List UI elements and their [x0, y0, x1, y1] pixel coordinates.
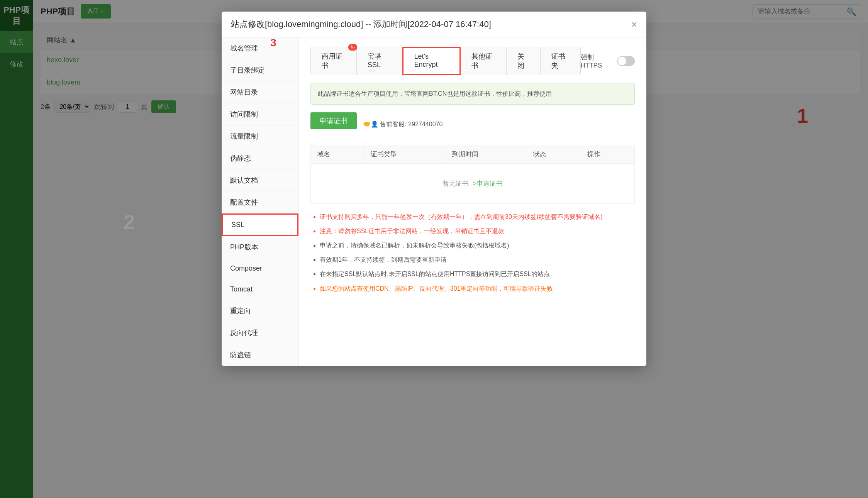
note-item: 如果您的站点有使用CDN、高防IP、反向代理、301重定向等功能，可能导致验证失…: [320, 283, 635, 294]
sidebar-item-redirect[interactable]: 重定向: [222, 300, 298, 322]
cert-col-expiry: 到期时间: [446, 145, 527, 163]
sidebar-item-reverseproxy[interactable]: 反向代理: [222, 322, 298, 344]
sidebar-item-tomcat[interactable]: Tomcat: [222, 279, 298, 300]
cert-empty-row: 暂无证书 ->申请证书: [311, 163, 635, 203]
tab-commercial-cert[interactable]: 商用证书 热: [310, 47, 357, 75]
ssl-info-box: 此品牌证书适合生产项目使用，宝塔官网BT.CN也是用这款证书，性价比高，推荐使用: [310, 83, 635, 105]
force-https-wrap: 强制HTTPS: [581, 53, 635, 69]
cert-notes-list: 证书支持购买多年，只能一年签发一次（有效期一年），需在到期前30天内续签(续签暂…: [310, 212, 635, 294]
modal-sidebar: 域名管理 子目录绑定 网站目录 访问限制 流量限制 伪静态 默认文档 配置文件 …: [222, 37, 299, 366]
modal-close-button[interactable]: ×: [631, 19, 637, 29]
force-https-toggle[interactable]: [617, 56, 635, 66]
note-item: 在未指定SSL默认站点时,未开启SSL的站点使用HTTPS直接访问到已开启SSL…: [320, 269, 635, 279]
cert-col-actions: 操作: [581, 145, 635, 163]
note-item: 申请之前，请确保域名已解析，如未解析会导致审核失败(包括根域名): [320, 240, 635, 251]
sidebar-item-defaultdoc[interactable]: 默认文档: [222, 169, 298, 191]
cert-col-status: 状态: [527, 145, 581, 163]
background-page: PHP项目 站点 修改 PHP项目 AiT + 🔍 网站名 ▲: [0, 0, 868, 498]
cert-table: 域名 证书类型 到期时间 状态 操作 暂无证书 ->申请证书: [310, 145, 635, 204]
modal-title: 站点修改[blog.lovemingming.cloud] -- 添加时间[20…: [231, 19, 491, 30]
tab-cert-bag[interactable]: 证书夹: [541, 47, 581, 75]
cert-col-type: 证书类型: [364, 145, 446, 163]
step-2-number: 2: [124, 210, 135, 234]
sidebar-item-access[interactable]: 访问限制: [222, 103, 298, 125]
modal-content-area: 商用证书 热 宝塔SSL Let's Encrypt 其他证书 关闭 证书夹 强…: [299, 37, 646, 366]
cert-empty-text: 暂无证书 ->申请证书: [311, 163, 635, 203]
sidebar-item-php[interactable]: PHP版本: [222, 236, 298, 258]
apply-cert-link[interactable]: 申请证书: [476, 180, 503, 187]
sidebar-item-config[interactable]: 配置文件: [222, 191, 298, 213]
note-item: 注意：请勿将SSL证书用于非法网站，一经发现，吊销证书且不退款: [320, 226, 635, 236]
ssl-tabs-row: 商用证书 热 宝塔SSL Let's Encrypt 其他证书 关闭 证书夹 强…: [310, 47, 635, 75]
ssl-tab-group: 商用证书 热 宝塔SSL Let's Encrypt 其他证书 关闭 证书夹: [310, 47, 581, 75]
tab-other-cert[interactable]: 其他证书: [461, 47, 507, 75]
sidebar-item-subdir[interactable]: 子目录绑定: [222, 59, 298, 81]
tab-close-ssl[interactable]: 关闭: [507, 47, 541, 75]
sidebar-item-domain[interactable]: 域名管理: [222, 37, 298, 59]
modal-overlay: 站点修改[blog.lovemingming.cloud] -- 添加时间[20…: [0, 0, 868, 498]
note-item: 有效期1年，不支持续签，到期后需要重新申请: [320, 254, 635, 265]
force-https-label: 强制HTTPS: [581, 53, 613, 69]
sidebar-item-pseudostatic[interactable]: 伪静态: [222, 147, 298, 169]
sales-info: 🤝👤 售前客服: 2927440070: [363, 120, 442, 129]
cert-col-domain: 域名: [311, 145, 364, 163]
modal-header: 站点修改[blog.lovemingming.cloud] -- 添加时间[20…: [222, 12, 646, 37]
modal: 站点修改[blog.lovemingming.cloud] -- 添加时间[20…: [222, 12, 646, 366]
ssl-info-text: 此品牌证书适合生产项目使用，宝塔官网BT.CN也是用这款证书，性价比高，推荐使用: [318, 90, 552, 97]
sidebar-item-webdir[interactable]: 网站目录: [222, 81, 298, 103]
sidebar-item-hotlink[interactable]: 防盗链: [222, 344, 298, 366]
apply-cert-button[interactable]: 申请证书: [310, 112, 357, 129]
apply-row: 申请证书 🤝👤 售前客服: 2927440070: [310, 112, 635, 137]
sidebar-item-ssl[interactable]: SSL: [222, 213, 298, 236]
note-item: 证书支持购买多年，只能一年签发一次（有效期一年），需在到期前30天内续签(续签暂…: [320, 212, 635, 222]
sidebar-item-composer[interactable]: Composer: [222, 258, 298, 279]
cert-badge: 热: [348, 44, 357, 51]
tab-letsencrypt[interactable]: Let's Encrypt: [402, 47, 461, 75]
tab-baota-ssl[interactable]: 宝塔SSL: [357, 47, 402, 75]
modal-body: 域名管理 子目录绑定 网站目录 访问限制 流量限制 伪静态 默认文档 配置文件 …: [222, 37, 646, 366]
sidebar-item-traffic[interactable]: 流量限制: [222, 125, 298, 147]
